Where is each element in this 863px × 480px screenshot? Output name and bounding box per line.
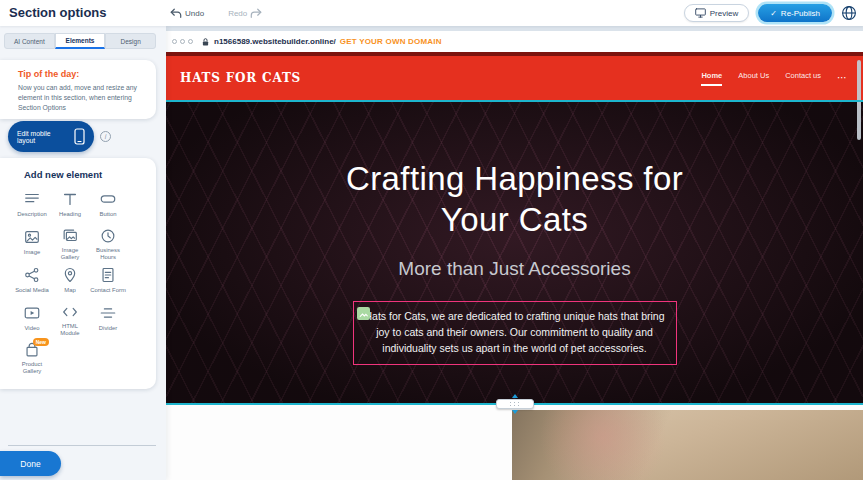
- globe-icon[interactable]: [841, 5, 857, 21]
- phone-icon: [74, 128, 85, 145]
- resize-arrow-up-icon: [512, 394, 518, 398]
- edit-mobile-layout-button[interactable]: Edit mobile layout: [8, 121, 94, 152]
- sidebar-tabs: AI Content Elements Design: [4, 33, 156, 49]
- sidebar-divider: [8, 445, 156, 446]
- element-item-product-gallery[interactable]: New Product Gallery: [13, 337, 51, 375]
- business-hours-icon: [99, 227, 117, 245]
- contact-form-icon: [99, 265, 117, 285]
- html-module-icon: [61, 303, 79, 321]
- site-header: HATS FOR CATS Home About Us Contact us ⋯: [166, 56, 863, 100]
- main-area: n1566589.websitebuilder.online/ GET YOUR…: [166, 26, 863, 480]
- add-element-title: Add new element: [0, 160, 156, 185]
- republish-label: Re-Publish: [781, 9, 820, 18]
- history-controls: Undo Redo: [170, 0, 262, 26]
- element-item-label: Button: [99, 211, 116, 218]
- element-item-label: Image: [24, 249, 40, 256]
- tip-card: Tip of the day: Now you can add, move an…: [0, 60, 156, 119]
- element-item-contact-form[interactable]: Contact Form: [89, 261, 127, 299]
- undo-icon: [170, 8, 182, 19]
- add-element-panel: Add new element Description Heading: [0, 158, 156, 389]
- hero-heading-line1: Crafting Happiness for: [166, 158, 863, 199]
- browser-dots-icon: [172, 39, 193, 44]
- section-resize-handle[interactable]: [496, 394, 534, 414]
- element-item-video[interactable]: Video: [13, 299, 51, 337]
- section-selection-border-top: [166, 100, 863, 102]
- page-title: Section options: [9, 0, 107, 26]
- redo-icon: [250, 8, 262, 19]
- social-media-icon: [23, 265, 41, 285]
- element-item-description[interactable]: Description: [13, 185, 51, 223]
- image-placeholder-icon: [357, 307, 370, 320]
- next-section-image[interactable]: [512, 410, 863, 480]
- resize-grip: [496, 399, 534, 409]
- element-item-label: Description: [17, 211, 46, 218]
- check-icon: ✓: [770, 9, 777, 18]
- hero-section: Crafting Happiness for Your Cats More th…: [166, 100, 863, 405]
- element-item-label: Map: [64, 287, 75, 294]
- element-item-button[interactable]: Button: [89, 185, 127, 223]
- republish-button[interactable]: ✓ Re-Publish: [758, 4, 832, 22]
- element-item-label: Divider: [99, 325, 117, 332]
- element-item-map[interactable]: Map: [51, 261, 89, 299]
- topbar: Section options Undo Redo Prev: [0, 0, 863, 26]
- edit-mobile-label: Edit mobile layout: [17, 130, 68, 144]
- nav-item-about-us[interactable]: About Us: [738, 71, 769, 86]
- element-item-html-module[interactable]: HTML Module: [51, 299, 89, 337]
- tip-title: Tip of the day:: [18, 69, 144, 79]
- resize-arrow-down-icon: [512, 410, 518, 414]
- tab-elements[interactable]: Elements: [55, 33, 106, 49]
- nav-overflow-icon[interactable]: ⋯: [837, 72, 847, 85]
- element-item-label: HTML Module: [52, 323, 88, 338]
- info-icon[interactable]: i: [100, 131, 111, 142]
- preview-button[interactable]: Preview: [684, 4, 749, 22]
- done-button[interactable]: Done: [0, 451, 61, 476]
- hero-subheading[interactable]: More than Just Accessories: [166, 258, 863, 280]
- hero-paragraph-box[interactable]: Hats for Cats, we are dedicated to craft…: [353, 301, 677, 365]
- heading-icon: [61, 189, 79, 209]
- get-domain-link[interactable]: GET YOUR OWN DOMAIN: [340, 37, 442, 46]
- nav-item-home[interactable]: Home: [701, 71, 722, 86]
- element-item-divider[interactable]: Divider: [89, 299, 127, 337]
- description-icon: [23, 189, 41, 209]
- site-preview: HATS FOR CATS Home About Us Contact us ⋯…: [166, 52, 863, 480]
- monitor-icon: [695, 8, 706, 18]
- element-item-social-media[interactable]: Social Media: [13, 261, 51, 299]
- element-grid: Description Heading Button: [13, 185, 156, 375]
- element-item-label: Contact Form: [90, 287, 126, 294]
- element-item-label: Video: [25, 325, 40, 332]
- element-item-heading[interactable]: Heading: [51, 185, 89, 223]
- map-icon: [61, 265, 79, 285]
- redo-button[interactable]: Redo: [228, 8, 262, 19]
- undo-button[interactable]: Undo: [170, 8, 204, 19]
- site-logo[interactable]: HATS FOR CATS: [180, 56, 301, 100]
- button-icon: [99, 189, 117, 209]
- element-item-image-gallery[interactable]: Image Gallery: [51, 223, 89, 261]
- hero-heading-line2: Your Cats: [166, 199, 863, 240]
- divider-icon: [99, 303, 117, 323]
- hero-paragraph-text: Hats for Cats, we are dedicated to craft…: [364, 310, 664, 354]
- tab-design[interactable]: Design: [105, 33, 156, 49]
- element-item-label: Heading: [59, 211, 81, 218]
- element-item-label: Social Media: [15, 287, 49, 294]
- site-url[interactable]: n1566589.websitebuilder.online/: [214, 37, 336, 46]
- redo-label: Redo: [228, 9, 247, 18]
- topbar-actions: Preview ✓ Re-Publish: [684, 0, 857, 26]
- nav-item-contact-us[interactable]: Contact us: [785, 71, 821, 86]
- browser-bar: n1566589.websitebuilder.online/ GET YOUR…: [166, 31, 863, 52]
- site-nav: Home About Us Contact us ⋯: [701, 56, 847, 100]
- new-badge: New: [33, 338, 49, 346]
- grip-dots-icon: [509, 401, 521, 407]
- hero-heading[interactable]: Crafting Happiness for Your Cats: [166, 158, 863, 240]
- image-gallery-icon: [61, 227, 79, 245]
- video-icon: [23, 303, 41, 323]
- image-icon: [23, 227, 41, 247]
- tab-ai-content[interactable]: AI Content: [4, 33, 55, 49]
- element-item-label: Image Gallery: [52, 247, 88, 262]
- element-item-image[interactable]: Image: [13, 223, 51, 261]
- element-item-label: Business Hours: [90, 247, 126, 262]
- element-item-business-hours[interactable]: Business Hours: [89, 223, 127, 261]
- element-item-label: Product Gallery: [14, 361, 50, 376]
- tip-body: Now you can add, move and resize any ele…: [18, 83, 144, 113]
- app-root: Section options Undo Redo Prev: [0, 0, 863, 480]
- lock-icon: [201, 37, 210, 47]
